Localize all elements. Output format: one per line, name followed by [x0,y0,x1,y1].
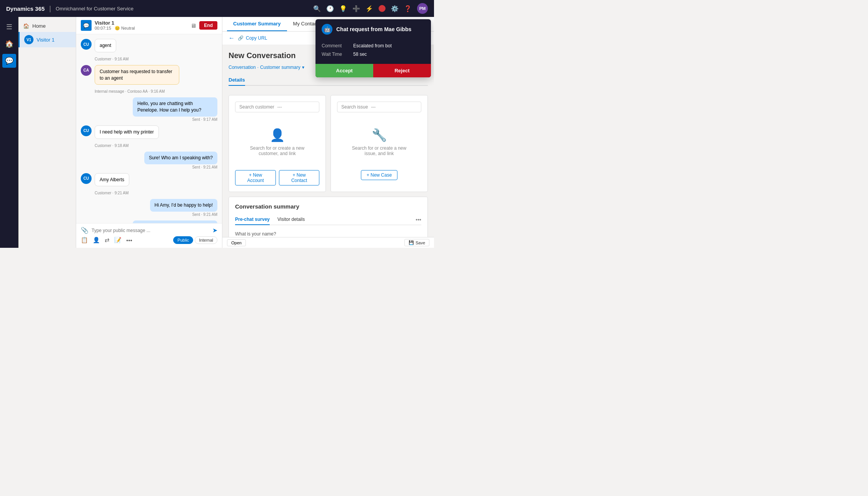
new-account-button[interactable]: + New Account [235,170,276,185]
attachment-icon[interactable]: 📎 [81,227,88,234]
issue-empty-state: 🔧 Search for or create a new issue, and … [337,119,421,165]
chat-timer: 00:07:15 😐 Neutral [95,26,187,31]
chat-input-area: 📎 ➤ 📋 👤 ⇄ 📝 ••• Public Internal [76,223,222,248]
chat-toolbar: 📋 👤 ⇄ 📝 ••• Public Internal [81,234,217,245]
customer-empty-text: Search for or create a new customer, and… [244,145,310,156]
chat-header-info: Visitor 1 00:07:15 😐 Neutral [95,20,187,31]
lightbulb-icon[interactable]: 💡 [339,5,347,12]
customer-card-actions: + New Account + New Contact [235,170,319,185]
message-row-cu-3: CU Amy Alberts [81,173,217,187]
save-label: Save [416,240,425,245]
more-icon[interactable]: ••• [126,237,132,244]
chevron-down-icon[interactable]: ▾ [302,65,304,70]
message-time-internal: Internal message · Contoso AA · 9:16 AM [95,89,217,94]
link-icon: 🔗 [238,35,244,41]
issue-card-actions: + New Case [337,170,421,180]
back-icon[interactable]: ← [229,35,235,42]
search-issue-label: Search issue [341,104,368,110]
message-bubble: agent [95,39,116,52]
note-icon[interactable]: 📝 [114,237,122,244]
home-sidebar-icon[interactable]: 🏠 [2,37,16,51]
issue-empty-text: Search for or create a new issue, and li… [346,145,412,156]
sidebar: ☰ 🏠 💬 [0,17,18,248]
brand-name: Dynamics 365 [6,5,45,12]
internal-mode-button[interactable]: Internal [195,236,217,244]
new-case-button[interactable]: + New Case [361,170,398,180]
copy-url-label: Copy URL [246,35,267,41]
plus-icon[interactable]: ➕ [352,5,360,12]
new-contact-button[interactable]: + New Contact [279,170,319,185]
nav-icons: 🔍 🕐 💡 ➕ ⚡ ⚙️ ❓ PM [313,3,428,14]
bot-icon: 🤖 [322,24,332,35]
breadcrumb-conversation: Conversation [229,65,256,70]
message-time-agent-3: Sent · 9:21 AM [150,212,218,217]
comment-label: Comment [322,43,349,48]
message-row-agent-1: Hello, you are chatting with Penelope. H… [81,97,217,122]
screen-icon[interactable]: 🖥 [190,22,196,29]
message-time-agent-1: Sent · 9:17 AM [133,117,217,122]
survey-item-name: What is your name? Amy Alberts [235,231,421,237]
home-icon: 🏠 [23,23,29,29]
copy-url-button[interactable]: 🔗 Copy URL [238,35,267,41]
message-bubble-cu-3: Amy Alberts [95,173,129,187]
send-icon[interactable]: ➤ [212,227,217,234]
message-row-agent-3: Hi Amy, I'd be happy to help! Sent · 9:2… [81,199,217,217]
ca-avatar: CA [81,65,92,76]
message-row: CU agent [81,39,217,52]
message-row-agent-4: Can you tell me the model number of the … [81,220,217,223]
pre-chat-survey-tab[interactable]: Pre-chat survey [235,214,270,225]
search-customer-field[interactable]: Search customer --- [235,102,319,112]
open-button[interactable]: Open [227,239,246,246]
notification-wait-row: Wait Time 58 sec [322,52,425,57]
wait-time-label: Wait Time [322,52,349,57]
message-time-cu-3: Customer · 9:21 AM [95,191,217,195]
conv-summary-title: Conversation summary [235,203,421,210]
home-nav-item[interactable]: 🏠 Home [18,20,76,32]
accept-button[interactable]: Accept [315,64,373,77]
nav-panel: 🏠 Home V1 Visitor 1 [18,17,76,248]
customer-empty-state: 👤 Search for or create a new customer, a… [235,119,319,165]
search-icon[interactable]: 🔍 [313,5,321,12]
message-bubble-cu-2: I need help with my printer [95,125,159,139]
person-icon: 👤 [270,128,285,142]
chat-input[interactable] [92,228,209,233]
help-icon[interactable]: ❓ [404,5,412,12]
search-issue-field[interactable]: Search issue --- [337,102,421,112]
cu-avatar-3: CU [81,173,92,184]
reject-button[interactable]: Reject [373,64,431,77]
breadcrumb-dot: · [257,65,259,70]
end-button[interactable]: End [199,21,217,30]
chat-type-icon: 💬 [81,20,92,31]
chat-mode-buttons: Public Internal [173,236,217,244]
search-customer-label: Search customer [239,104,274,110]
chat-sidebar-icon[interactable]: 💬 [2,54,16,68]
visitor-badge: V1 [24,35,33,44]
message-row-agent-2: Sure! Who am I speaking with? Sent · 9:2… [81,152,217,169]
visitor-details-tab[interactable]: Visitor details [277,214,305,225]
add-participant-icon[interactable]: 👤 [93,237,100,244]
transfer-icon[interactable]: ⇄ [105,237,110,244]
message-row-cu-2: CU I need help with my printer [81,125,217,139]
public-mode-button[interactable]: Public [173,236,193,244]
settings-icon[interactable]: ⚙️ [391,5,399,12]
notification-header: 🤖 Chat request from Mae Gibbs [315,19,431,39]
filter-icon[interactable]: ⚡ [366,5,373,12]
status-indicator[interactable] [379,5,386,12]
clock-icon[interactable]: 🕐 [326,5,334,12]
save-button[interactable]: 💾 Save [404,239,429,246]
hamburger-icon[interactable]: ☰ [2,20,16,34]
top-nav: Dynamics 365 | Omnichannel for Customer … [0,0,434,17]
cu-avatar-2: CU [81,125,92,136]
chat-header: 💬 Visitor 1 00:07:15 😐 Neutral 🖥 End [76,17,222,34]
message-time-cu-2: Customer · 9:18 AM [95,144,217,148]
details-tab[interactable]: Details [229,75,245,86]
issue-search-card: Search issue --- 🔧 Search for or create … [331,95,428,192]
visitor-nav-item[interactable]: V1 Visitor 1 [18,32,76,47]
summary-more-icon[interactable]: ••• [416,217,421,223]
tab-customer-summary[interactable]: Customer Summary [227,17,287,31]
customer-search-card: Search customer --- 👤 Search for or crea… [229,95,326,192]
canned-response-icon[interactable]: 📋 [81,237,88,244]
message-bubble-agent-2: Sure! Who am I speaking with? [144,152,217,164]
user-avatar[interactable]: PM [417,3,428,14]
message-time-agent-2: Sent · 9:21 AM [144,165,217,169]
